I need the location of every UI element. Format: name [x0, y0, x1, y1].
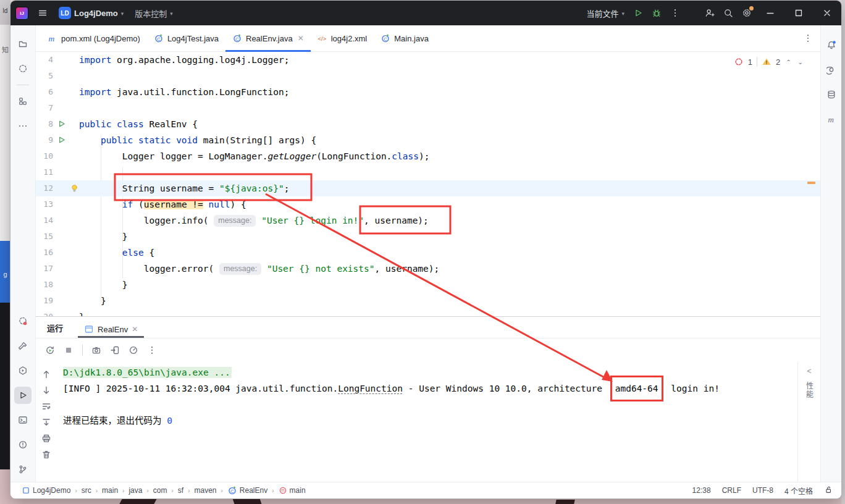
breadcrumb-item-realenv[interactable]: CRealEnv — [227, 485, 267, 495]
editor-tab-log4j2-xml[interactable]: </>log4j2.xml — [311, 25, 374, 51]
prev-occurrence-button[interactable] — [40, 368, 53, 381]
tool-strip-project[interactable] — [14, 35, 32, 52]
breadcrumb-item-com[interactable]: com — [153, 486, 167, 495]
line-number: 9 — [36, 132, 53, 148]
profiler-button[interactable] — [125, 342, 141, 358]
editor-tab-log4jtest-java[interactable]: CLog4jTest.java — [147, 25, 225, 51]
tool-strip-ai-assistant[interactable] — [823, 61, 840, 78]
console[interactable]: D:\jdk1.8.0_65\bin\java.exe ...[INFO ] 2… — [36, 362, 820, 482]
tab-overflow-button[interactable] — [796, 25, 820, 51]
search-button[interactable] — [719, 4, 738, 22]
collapsed-panel-label: 性能 — [804, 382, 815, 399]
code-line-8: 8public class RealEnv { — [36, 116, 820, 132]
tool-strip-more-tool-windows[interactable] — [14, 117, 32, 135]
project-badge: LD — [59, 7, 71, 19]
tool-strip-build[interactable] — [14, 337, 32, 355]
add-user-button[interactable] — [700, 4, 719, 22]
lock-status-button[interactable] — [824, 485, 833, 496]
vcs-widget[interactable]: 版本控制 ▾ — [130, 4, 177, 22]
warning-stripe-mark[interactable] — [807, 182, 815, 184]
tool-strip-version-control[interactable] — [14, 461, 32, 478]
code-line-6: 6import java.util.function.LongFunction; — [36, 84, 820, 100]
console-output[interactable]: D:\jdk1.8.0_65\bin\java.exe ...[INFO ] 2… — [57, 362, 797, 482]
svg-text:C: C — [384, 36, 387, 42]
close-button[interactable] — [813, 1, 841, 25]
line-number: 17 — [36, 261, 53, 277]
thread-dump-button[interactable] — [88, 342, 104, 358]
code-line-18: 18 } — [36, 277, 820, 293]
tool-strip-database[interactable] — [823, 86, 840, 103]
tool-strip-problems[interactable] — [14, 436, 32, 453]
status-item[interactable]: CRLF — [722, 486, 741, 495]
restore-layout-button[interactable] — [107, 342, 123, 358]
run-button[interactable] — [629, 4, 647, 22]
run-tab-realenv[interactable]: RealEnv ✕ — [78, 324, 144, 338]
prev-problem-button[interactable]: ⌃ — [784, 59, 792, 65]
classicon-icon: C — [227, 485, 237, 495]
print-button[interactable] — [40, 432, 53, 445]
notification-dot — [749, 6, 754, 10]
scrollend-icon — [41, 418, 51, 427]
status-item[interactable]: 4 个空格 — [784, 485, 813, 496]
breadcrumb-item-src[interactable]: src — [82, 486, 91, 495]
gutter — [53, 261, 79, 277]
rerun-button[interactable] — [42, 342, 58, 358]
tool-strip-commit-changes[interactable] — [14, 313, 32, 330]
project-widget[interactable]: LD Log4jDemo ▾ — [54, 4, 128, 22]
debug-button[interactable] — [647, 4, 666, 22]
settings-button[interactable] — [738, 4, 756, 22]
inspections-widget[interactable]: 1 2 ⌃ ⌄ — [731, 56, 807, 68]
expand-chevron-icon[interactable]: < — [807, 367, 811, 376]
code-editor[interactable]: 4import org.apache.logging.log4j.Logger;… — [36, 52, 820, 316]
more-actions-button[interactable] — [666, 4, 684, 22]
titlebar: IJ LD Log4jDemo ▾ 版本控制 ▾ 当前文件 ▾ — [11, 1, 841, 25]
breadcrumb-item-main[interactable]: mmain — [279, 486, 306, 495]
more-options-button[interactable] — [144, 342, 160, 358]
next-occurrence-button[interactable] — [40, 384, 53, 397]
scroll-to-end-button[interactable] — [40, 416, 53, 429]
search-icon — [723, 8, 733, 18]
breadcrumb-label: com — [153, 486, 167, 495]
tool-strip-maven[interactable]: m — [823, 111, 840, 128]
close-icon[interactable]: ✕ — [298, 34, 304, 43]
breadcrumb-item-main[interactable]: main — [102, 486, 118, 495]
gutter — [53, 180, 79, 196]
run-configuration-selector[interactable]: 当前文件 ▾ — [582, 4, 629, 22]
tool-strip-services[interactable] — [14, 362, 32, 379]
stop-button[interactable] — [61, 342, 77, 358]
breadcrumb-item-sf[interactable]: sf — [178, 486, 183, 495]
collapsed-panel-stub[interactable]: < 性能 — [797, 362, 820, 482]
main-menu-button[interactable] — [33, 4, 52, 22]
maximize-button[interactable] — [784, 1, 813, 25]
editor-tab-main-java[interactable]: CMain.java — [374, 25, 435, 51]
next-problem-button[interactable]: ⌄ — [797, 59, 804, 65]
problem-icon — [18, 440, 28, 450]
warning-count: 2 — [776, 57, 780, 67]
minimize-button[interactable] — [756, 1, 784, 25]
code-text: public static void main(String[] args) { — [79, 132, 316, 148]
breadcrumb-item-maven[interactable]: maven — [194, 486, 216, 495]
soft-wrap-button[interactable] — [40, 400, 53, 413]
tool-strip-terminal[interactable] — [14, 411, 32, 429]
tool-strip-structure[interactable] — [14, 93, 32, 110]
intention-bulb-icon[interactable] — [70, 183, 79, 193]
divider — [82, 345, 83, 356]
branch-icon — [18, 464, 28, 474]
gauge-icon — [128, 345, 138, 355]
breadcrumb-item-java[interactable]: java — [128, 486, 142, 495]
tool-strip-run[interactable] — [14, 387, 32, 404]
tool-strip-notifications[interactable] — [823, 36, 840, 54]
editor-tab-realenv-java[interactable]: CRealEnv.java✕ — [225, 25, 311, 51]
clear-all-button[interactable] — [40, 448, 53, 461]
run-gutter-icon[interactable] — [57, 135, 66, 145]
line-number: 18 — [36, 277, 53, 293]
status-item[interactable]: 12:38 — [692, 486, 711, 495]
run-gutter-icon[interactable] — [57, 119, 66, 128]
close-icon[interactable]: ✕ — [132, 325, 138, 334]
breadcrumb-item-log4jdemo[interactable]: Log4jDemo — [22, 486, 70, 495]
editor-tab-pom-xml-log4jdemo-[interactable]: mpom.xml (Log4jDemo) — [41, 25, 147, 51]
svg-text:C: C — [157, 36, 161, 42]
tool-strip-commit[interactable] — [14, 60, 32, 77]
titlebar-left: IJ LD Log4jDemo ▾ 版本控制 ▾ — [11, 4, 177, 22]
status-item[interactable]: UTF-8 — [752, 486, 773, 495]
